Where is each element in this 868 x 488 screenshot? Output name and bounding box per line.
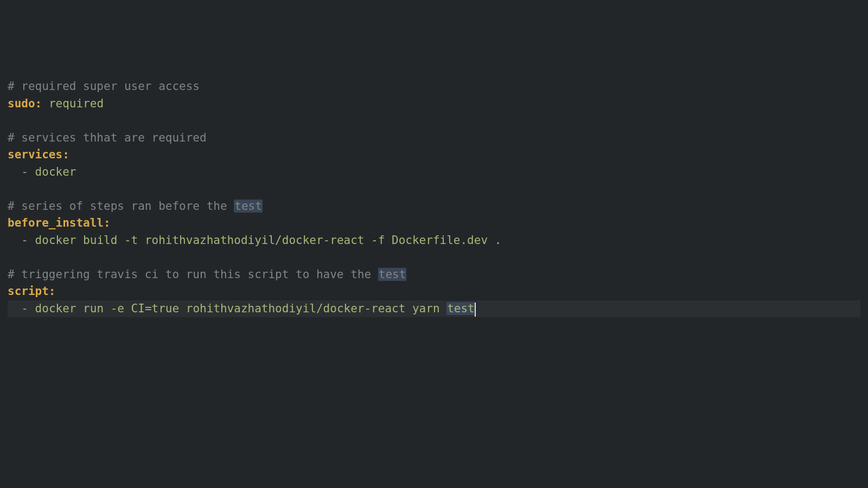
code-line[interactable]: services: xyxy=(8,146,860,164)
yaml-key: before_install xyxy=(8,216,104,229)
yaml-value: required xyxy=(49,97,104,110)
code-line-current[interactable]: - docker run -e CI=true rohithvazhathodi… xyxy=(8,300,860,318)
indent xyxy=(8,165,21,178)
code-line[interactable]: script: xyxy=(8,283,860,300)
code-line[interactable] xyxy=(8,112,860,130)
comment-text: # triggering travis ci to run this scrip… xyxy=(8,268,378,281)
indent xyxy=(8,234,21,247)
yaml-value: docker xyxy=(35,165,76,178)
code-editor[interactable]: # required super user accesssudo: requir… xyxy=(8,78,860,317)
code-line[interactable]: before_install: xyxy=(8,215,860,232)
code-line[interactable]: - docker build -t rohithvazhathodiyil/do… xyxy=(8,232,860,249)
highlighted-text: test xyxy=(446,302,475,315)
yaml-dash: - xyxy=(21,234,35,247)
code-line[interactable]: # required super user access xyxy=(8,78,860,95)
yaml-value: docker build -t rohithvazhathodiyil/dock… xyxy=(35,234,502,247)
yaml-key: script xyxy=(8,285,49,298)
yaml-value: docker run -e CI=true rohithvazhathodiyi… xyxy=(35,302,447,315)
yaml-colon: : xyxy=(35,97,49,110)
code-line[interactable]: # triggering travis ci to run this scrip… xyxy=(8,266,860,284)
highlighted-text: test xyxy=(378,268,407,281)
comment-text: # services thhat are required xyxy=(8,131,207,144)
yaml-colon: : xyxy=(104,216,111,229)
yaml-dash: - xyxy=(21,165,35,178)
comment-text: # required super user access xyxy=(8,80,200,93)
code-line[interactable]: # services thhat are required xyxy=(8,130,860,147)
code-line[interactable]: - docker xyxy=(8,164,860,181)
code-line[interactable] xyxy=(8,249,860,266)
text-cursor xyxy=(475,303,476,317)
comment-text: # series of steps ran before the xyxy=(8,200,234,213)
yaml-key: services xyxy=(8,148,62,161)
highlighted-text: test xyxy=(234,200,263,213)
yaml-key: sudo xyxy=(8,97,35,110)
indent xyxy=(8,302,21,315)
code-line[interactable]: sudo: required xyxy=(8,95,860,113)
code-line[interactable] xyxy=(8,181,860,198)
yaml-colon: : xyxy=(62,148,69,161)
yaml-dash: - xyxy=(21,302,35,315)
code-line[interactable]: # series of steps ran before the test xyxy=(8,198,860,215)
yaml-colon: : xyxy=(49,285,56,298)
